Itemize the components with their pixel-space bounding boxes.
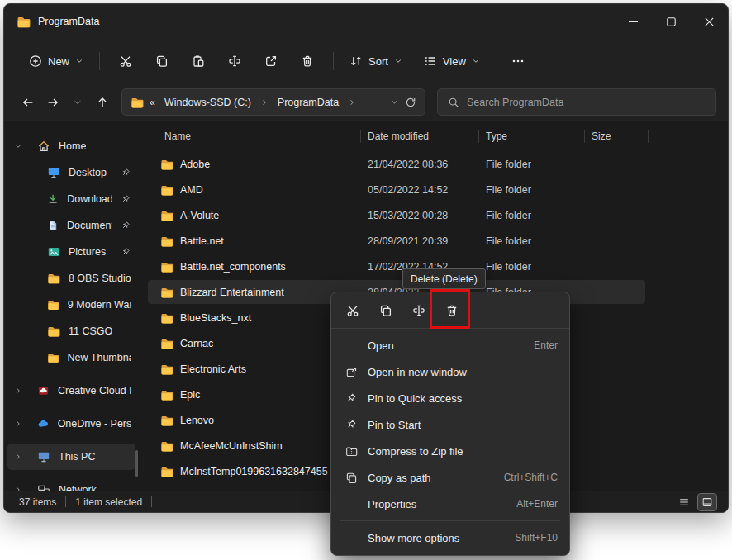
menu-item-compress-zip[interactable]: Compress to Zip file — [335, 438, 565, 464]
file-row[interactable]: Adobe 21/04/2022 08:36 File folder — [139, 151, 728, 177]
navigation-pane: Home Desktop Downloads Documents — [4, 121, 139, 492]
folder-icon — [160, 311, 173, 325]
file-row[interactable]: AMD 05/02/2022 14:52 File folder — [139, 177, 728, 202]
cut-button[interactable] — [107, 46, 144, 76]
up-button[interactable] — [90, 90, 115, 115]
column-divider[interactable] — [360, 130, 361, 143]
recent-locations-button[interactable] — [65, 90, 90, 115]
breadcrumb-drive[interactable]: Windows-SSD (C:) — [161, 95, 254, 110]
screen: ProgramData New — [0, 0, 732, 560]
rename-icon — [412, 304, 425, 317]
details-view-button[interactable] — [675, 494, 693, 510]
file-row[interactable]: A-Volute 15/03/2022 00:28 File folder — [139, 202, 728, 228]
more-options-button[interactable] — [500, 46, 536, 76]
sidebar-item-home[interactable]: Home — [7, 133, 135, 159]
close-button[interactable] — [690, 4, 728, 39]
chevron-down-icon — [75, 57, 83, 65]
paste-button[interactable] — [180, 46, 216, 76]
copy-button[interactable] — [144, 46, 180, 76]
new-button[interactable]: New — [21, 46, 92, 76]
sidebar-item-downloads[interactable]: Downloads — [7, 186, 135, 212]
forward-arrow-icon — [46, 96, 59, 109]
chevron-right-icon[interactable] — [14, 453, 22, 461]
large-icons-view-button[interactable] — [698, 494, 716, 510]
copy-path-icon — [343, 472, 359, 484]
chevron-right-icon[interactable] — [14, 420, 22, 428]
folder-icon — [47, 272, 60, 285]
file-row[interactable]: Battle.net 28/09/2021 20:39 File folder — [139, 228, 728, 254]
this-pc-icon — [37, 450, 50, 463]
download-icon — [47, 192, 59, 206]
copy-icon — [379, 304, 392, 317]
folder-icon — [131, 96, 144, 109]
maximize-button[interactable] — [652, 4, 690, 39]
rename-button[interactable] — [216, 46, 253, 76]
search-box[interactable] — [437, 88, 716, 116]
column-header-size[interactable]: Size — [584, 131, 648, 142]
sidebar-item-new-thumbnail[interactable]: New Thumbnai — [7, 344, 135, 371]
breadcrumb-overflow[interactable]: « — [150, 97, 155, 108]
column-divider[interactable] — [584, 130, 585, 143]
share-button[interactable] — [253, 46, 289, 76]
menu-item-pin-start[interactable]: Pin to Start — [335, 411, 565, 438]
minimize-button[interactable] — [614, 4, 652, 39]
chevron-down-icon[interactable] — [14, 142, 22, 150]
menu-item-pin-quick-access[interactable]: Pin to Quick access — [335, 385, 565, 411]
rename-icon — [228, 55, 241, 68]
column-divider[interactable] — [478, 130, 479, 143]
folder-icon — [160, 183, 173, 197]
zip-folder-icon — [343, 445, 359, 458]
forward-button[interactable] — [40, 90, 65, 115]
breadcrumb-current[interactable]: ProgramData — [274, 95, 342, 110]
refresh-button[interactable] — [405, 97, 416, 108]
cut-button[interactable] — [336, 297, 369, 325]
sidebar-item-this-pc[interactable]: This PC — [7, 444, 135, 470]
column-divider[interactable] — [648, 130, 649, 143]
delete-tooltip: Delete (Delete) — [402, 268, 486, 289]
column-header-name[interactable]: Name — [139, 131, 360, 142]
sidebar-item-csgo[interactable]: 11 CSGO — [7, 318, 135, 344]
view-button[interactable]: View — [416, 46, 488, 76]
window-title: ProgramData — [38, 16, 99, 27]
menu-item-copy-as-path[interactable]: Copy as path Ctrl+Shift+C — [335, 464, 565, 491]
menu-item-show-more-options[interactable]: Show more options Shift+F10 — [335, 524, 565, 551]
search-input[interactable] — [467, 97, 706, 108]
command-bar: New Sort — [4, 39, 728, 83]
sort-button[interactable]: Sort — [341, 46, 411, 76]
breadcrumb[interactable]: « Windows-SSD (C:) ProgramData — [121, 88, 425, 116]
menu-item-open-new-window[interactable]: Open in new window — [335, 358, 565, 385]
view-icon — [424, 55, 437, 68]
column-header-date[interactable]: Date modified — [360, 131, 478, 142]
sidebar-item-pictures[interactable]: Pictures — [7, 239, 135, 265]
title-bar: ProgramData — [4, 4, 728, 39]
pin-icon — [343, 392, 359, 404]
copy-button[interactable] — [369, 297, 402, 325]
sidebar-item-onedrive[interactable]: OneDrive - Perso — [7, 411, 135, 437]
picture-icon — [47, 245, 60, 259]
sidebar-item-modern-warfare[interactable]: 9 Modern Warf — [7, 292, 135, 318]
monitor-icon — [47, 166, 60, 179]
chevron-right-icon[interactable] — [14, 387, 22, 395]
folder-icon — [47, 298, 59, 311]
sidebar-scrollbar[interactable] — [135, 450, 138, 477]
status-divider — [65, 496, 66, 507]
maximize-icon — [667, 17, 676, 26]
folder-icon — [160, 388, 173, 401]
menu-divider — [340, 520, 560, 521]
sidebar-item-documents[interactable]: Documents — [7, 212, 135, 239]
sidebar-item-desktop[interactable]: Desktop — [7, 159, 135, 186]
column-header-type[interactable]: Type — [478, 131, 584, 142]
back-button[interactable] — [16, 90, 40, 115]
search-icon — [448, 97, 459, 108]
address-dropdown-button[interactable] — [390, 97, 399, 107]
trash-icon — [301, 55, 314, 68]
share-icon — [264, 55, 278, 68]
sidebar-item-creative-cloud[interactable]: Creative Cloud F — [7, 377, 135, 404]
sidebar-item-obs-studio[interactable]: 8 OBS Studio — [7, 265, 135, 292]
menu-item-properties[interactable]: Properties Alt+Enter — [335, 491, 565, 517]
open-new-window-icon — [343, 366, 359, 378]
large-icons-view-icon — [701, 496, 713, 508]
delete-button[interactable] — [289, 46, 326, 76]
pin-icon — [121, 247, 131, 257]
menu-item-open[interactable]: Open Enter — [335, 332, 565, 358]
